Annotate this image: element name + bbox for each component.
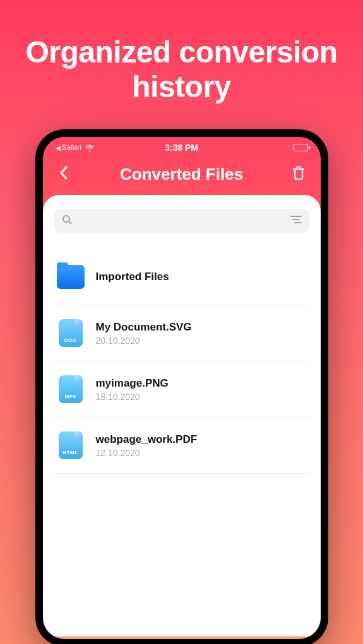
file-type-label: HTML	[62, 450, 78, 455]
file-item[interactable]: HTMLwebpage_work.PDF12.10.2020	[54, 418, 309, 474]
file-icon: MP3	[57, 375, 85, 403]
wifi-icon	[85, 144, 95, 151]
file-date: 20.10.2020	[96, 336, 192, 346]
status-back-to-app[interactable]: ◀ Safari	[56, 143, 81, 152]
trash-icon	[292, 165, 306, 180]
status-back-app-label: Safari	[62, 143, 81, 152]
file-item[interactable]: MP3myimage.PNG18.10.2020	[54, 361, 309, 418]
page-title: Converted Files	[120, 165, 243, 184]
promo-headline: Organized conversion history	[0, 0, 363, 129]
battery-icon	[293, 144, 308, 151]
file-title: webpage_work.PDF	[96, 433, 198, 446]
file-type-label: DOC	[64, 337, 76, 343]
device-frame: ◀ Safari 3:38 PM	[35, 129, 328, 644]
file-item[interactable]: DOCMy Document.SVG20.10.2020	[54, 305, 309, 361]
content-panel: Imported Files DOCMy Document.SVG20.10.2…	[43, 195, 321, 636]
folder-item[interactable]: Imported Files	[54, 249, 309, 305]
folder-title: Imported Files	[96, 271, 169, 283]
file-date: 12.10.2020	[96, 448, 198, 458]
search-input[interactable]	[77, 216, 285, 226]
chevron-left-icon	[58, 165, 69, 181]
search-icon	[62, 214, 72, 227]
file-type-label: MP3	[65, 394, 76, 399]
search-bar[interactable]	[54, 209, 309, 233]
file-icon: DOC	[57, 319, 85, 347]
caret-left-icon: ◀	[56, 144, 61, 151]
device-screen: ◀ Safari 3:38 PM	[43, 137, 321, 639]
status-time: 3:38 PM	[165, 143, 198, 153]
status-bar: ◀ Safari 3:38 PM	[43, 137, 321, 156]
file-icon: HTML	[57, 431, 85, 459]
back-button[interactable]	[58, 165, 69, 184]
filter-icon[interactable]	[290, 215, 302, 226]
folder-icon	[57, 263, 85, 291]
delete-button[interactable]	[292, 165, 306, 183]
navigation-bar: Converted Files	[43, 156, 321, 195]
file-date: 18.10.2020	[96, 392, 169, 402]
file-title: myimage.PNG	[96, 377, 169, 390]
file-title: My Document.SVG	[96, 321, 192, 334]
